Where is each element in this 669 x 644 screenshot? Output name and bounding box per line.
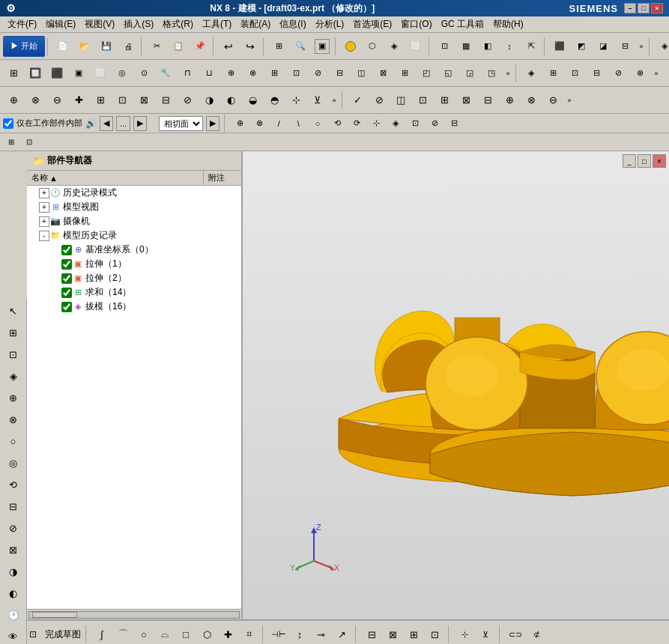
tb2-r6[interactable]: ⊗ [629, 63, 650, 84]
dim-tool4[interactable]: ↗ [333, 625, 351, 643]
tb3-5[interactable]: ⊞ [90, 90, 111, 111]
expand-btn3[interactable]: » [503, 63, 513, 84]
filter-dropdown[interactable]: 相切面 [159, 116, 203, 131]
left-tb-8[interactable]: ⟲ [3, 474, 24, 495]
tree-expand[interactable]: - [39, 231, 49, 241]
vp-close-button[interactable]: × [653, 154, 666, 168]
tb2-21[interactable]: ◱ [438, 63, 458, 84]
fit-button[interactable]: ⊞ [268, 36, 289, 57]
tb-more8[interactable]: ◪ [593, 36, 614, 57]
left-tb-2[interactable]: ⊡ [3, 344, 24, 365]
edit-tb7[interactable]: ⟳ [348, 115, 365, 132]
tree-check[interactable] [61, 302, 72, 312]
vp-max-button[interactable]: □ [638, 154, 651, 168]
render4-button[interactable]: ⬜ [405, 36, 426, 57]
edit-tb1[interactable]: ⊕ [231, 115, 248, 132]
tb2-22[interactable]: ◲ [459, 63, 480, 84]
finish-tool1[interactable]: ⊹ [455, 625, 473, 643]
tree-item[interactable]: +📷摄像机 [27, 214, 241, 228]
draw-polygon[interactable]: ⬡ [198, 625, 216, 643]
tb2-1[interactable]: ⊞ [3, 63, 24, 84]
draw-circle[interactable]: ○ [135, 625, 153, 643]
finish-close1[interactable]: ⊂⊃ [506, 625, 524, 643]
tb2-11[interactable]: ⊕ [220, 63, 241, 84]
tb3-2[interactable]: ⊗ [25, 90, 46, 111]
expand-btn4[interactable]: » [651, 63, 662, 84]
tree-check[interactable] [61, 273, 72, 284]
edit-tb3[interactable]: / [270, 115, 287, 132]
left-tb-12[interactable]: ◑ [3, 561, 24, 582]
edit-tb4[interactable]: \ [290, 115, 306, 132]
left-tb-9[interactable]: ⊟ [3, 496, 24, 517]
tb3-r7[interactable]: ⊟ [477, 90, 498, 111]
menu-item-1[interactable]: 编辑(E) [41, 16, 80, 32]
constraint-tool2[interactable]: ⊠ [384, 625, 402, 643]
menu-item-0[interactable]: 文件(F) [3, 16, 41, 32]
tb3-7[interactable]: ⊠ [133, 90, 154, 111]
tb-right1[interactable]: ◈ [654, 36, 669, 57]
tb2-4[interactable]: ▣ [68, 63, 89, 84]
view3d-button[interactable]: ▣ [312, 36, 333, 57]
tb3-9[interactable]: ⊘ [177, 90, 198, 111]
paste-button[interactable]: 📌 [190, 36, 211, 57]
tb3-13[interactable]: ◓ [264, 90, 285, 111]
tb3-r8[interactable]: ⊕ [499, 90, 520, 111]
tb2-r3[interactable]: ⊡ [564, 63, 585, 84]
draw-rect[interactable]: □ [177, 625, 195, 643]
menu-item-5[interactable]: 工具(T) [198, 16, 236, 32]
save-button[interactable]: 💾 [96, 36, 117, 57]
tree-item[interactable]: ▣拉伸（1） [27, 257, 241, 271]
edit-tb10[interactable]: ⊡ [407, 115, 423, 132]
tb2-23[interactable]: ◳ [481, 63, 502, 84]
menu-item-9[interactable]: 首选项(E) [348, 16, 396, 32]
menu-item-11[interactable]: GC 工具箱 [437, 16, 488, 32]
draw-arc[interactable]: ⌓ [156, 625, 174, 643]
left-tb-select[interactable]: ↖ [3, 300, 24, 321]
tb3-10[interactable]: ◑ [199, 90, 220, 111]
tb-more2[interactable]: ▦ [455, 36, 476, 57]
filter-arrow-right[interactable]: ▶ [133, 116, 147, 131]
tb3-8[interactable]: ⊟ [155, 90, 176, 111]
left-tb-3[interactable]: ◈ [3, 365, 24, 386]
tb2-r5[interactable]: ⊘ [608, 63, 629, 84]
left-tb-13[interactable]: ◐ [3, 583, 24, 604]
tb2-20[interactable]: ◰ [416, 63, 437, 84]
edit-tb8[interactable]: ⊹ [368, 115, 384, 132]
finish-close2[interactable]: ⊄ [527, 625, 545, 643]
nav-col-name[interactable]: 名称 ▲ [27, 171, 204, 185]
tb-more9[interactable]: ⊟ [614, 36, 635, 57]
tb2-12[interactable]: ⊗ [242, 63, 263, 84]
tb2-8[interactable]: 🔧 [155, 63, 176, 84]
constraint-tool1[interactable]: ⊟ [363, 625, 381, 643]
left-tb-14[interactable]: 🕐 [3, 604, 24, 625]
render1-button[interactable] [340, 36, 361, 57]
viewport[interactable]: Z X Y _ □ × [243, 151, 669, 619]
hscroll-thumb[interactable] [32, 612, 77, 618]
tb3-11[interactable]: ◐ [220, 90, 241, 111]
tree-item[interactable]: -📁模型历史记录 [27, 228, 241, 243]
menu-item-6[interactable]: 装配(A) [236, 16, 275, 32]
edit-tb2[interactable]: ⊗ [251, 115, 267, 132]
tree-item[interactable]: ◈拔模（16） [27, 300, 241, 314]
start-button[interactable]: ▶ 开始 [3, 36, 45, 57]
tb2-7[interactable]: ⊙ [133, 63, 154, 84]
constraint-tool4[interactable]: ⊡ [426, 625, 444, 643]
tb3-r2[interactable]: ⊘ [369, 90, 390, 111]
finish-tool2[interactable]: ⊻ [476, 625, 494, 643]
tree-check[interactable] [61, 245, 72, 255]
tb2-r4[interactable]: ⊟ [586, 63, 607, 84]
tb-more5[interactable]: ⇱ [521, 36, 542, 57]
left-tb-5[interactable]: ⊗ [3, 409, 24, 430]
left-tb-1[interactable]: ⊞ [3, 322, 24, 343]
tb2-13[interactable]: ⊞ [264, 63, 285, 84]
open-button[interactable]: 📂 [74, 36, 95, 57]
edit-tb12[interactable]: ⊟ [446, 115, 462, 132]
cut-button[interactable]: ✂ [146, 36, 167, 57]
vp-min-button[interactable]: _ [623, 154, 636, 168]
dim-tool2[interactable]: ↕ [291, 625, 309, 643]
expand-btn6[interactable]: » [564, 90, 575, 111]
tree-check[interactable] [61, 259, 72, 270]
zoom-button[interactable]: 🔍 [290, 36, 311, 57]
render3-button[interactable]: ◈ [384, 36, 405, 57]
tb2-3[interactable]: ⬛ [46, 63, 67, 84]
